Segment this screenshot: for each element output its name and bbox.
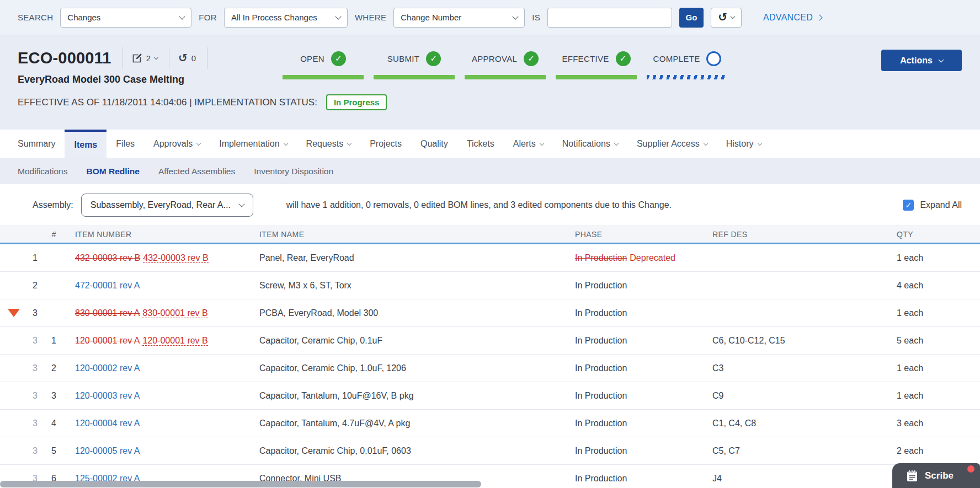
search-entity-select[interactable]: Changes (60, 8, 191, 28)
scribe-notepad-icon (907, 470, 918, 482)
tab-implementation[interactable]: Implementation (210, 130, 296, 158)
chevron-down-icon (335, 13, 341, 19)
tab-requests[interactable]: Requests (297, 130, 361, 158)
search-field-select[interactable]: Change Number (393, 8, 525, 28)
tab-label: Tickets (467, 139, 494, 149)
item-link[interactable]: 120-00004 rev A (75, 419, 140, 428)
tab-quality[interactable]: Quality (411, 130, 457, 158)
advanced-search-link[interactable]: ADVANCED (763, 13, 822, 23)
tab-history[interactable]: History (717, 130, 771, 158)
ref-des-cell: C9 (712, 391, 897, 401)
tab-label: Implementation (219, 139, 279, 149)
table-row: 34120-00004 rev ACapacitor, Tantalum, 4.… (0, 410, 980, 437)
tab-label: Projects (370, 139, 402, 149)
column-header-qty: QTY (897, 230, 980, 239)
chevron-down-icon (540, 141, 544, 146)
tab-items[interactable]: Items (65, 130, 106, 158)
collapse-row-icon[interactable] (8, 309, 20, 317)
refresh-count: 0 (191, 53, 196, 63)
history-clock-icon (718, 12, 727, 23)
item-name-cell: Capacitor, Tantalum, 4.7uF@4V, A pkg (259, 419, 575, 428)
expand-all-checkbox[interactable] (903, 200, 914, 211)
horizontal-scrollbar-thumb[interactable] (0, 481, 481, 487)
workflow-stepper: OPENSUBMITAPPROVALEFFECTIVECOMPLETE (283, 51, 728, 79)
workflow-stage-open: OPEN (283, 51, 364, 79)
tab-files[interactable]: Files (106, 130, 144, 158)
tab-bar: SummaryItemsFilesApprovalsImplementation… (0, 130, 980, 158)
item-number-new[interactable]: 830-00001 rev B (142, 308, 207, 318)
tab-approvals[interactable]: Approvals (144, 130, 210, 158)
parent-seq-cell: 2 (22, 281, 40, 291)
item-number-new[interactable]: 120-00001 rev B (142, 336, 207, 346)
subtab-inventory-disposition[interactable]: Inventory Disposition (244, 167, 343, 176)
tab-notifications[interactable]: Notifications (553, 130, 627, 158)
tab-supplier-access[interactable]: Supplier Access (627, 130, 717, 158)
edit-count-dropdown[interactable]: 2 (132, 53, 158, 63)
chevron-down-icon (513, 13, 519, 19)
tab-summary[interactable]: Summary (8, 130, 65, 158)
stage-label: APPROVAL (472, 54, 517, 63)
column-header-ref-des: REF DES (712, 230, 897, 239)
phase-value: In Production (575, 391, 627, 400)
item-name-cell: Screw, M3 x 6, ST, Torx (259, 281, 575, 291)
stage-progress-bar (647, 75, 728, 79)
tab-tickets[interactable]: Tickets (457, 130, 504, 158)
item-name-cell: Capacitor, Ceramic Chip, 0.1uF (259, 336, 575, 346)
effective-row: EFFECTIVE AS OF 11/18/2011 14:04:06 | IM… (18, 94, 980, 110)
phase-value: In Production (575, 446, 627, 455)
item-name-cell: PCBA, EveryRoad, Model 300 (259, 308, 575, 318)
stage-label: SUBMIT (387, 54, 419, 63)
stage-complete-check-icon (616, 51, 631, 66)
item-link[interactable]: 472-00001 rev A (75, 281, 140, 290)
stage-label: OPEN (300, 54, 324, 63)
child-seq-cell: 1 (40, 336, 58, 346)
workflow-stage-submit: SUBMIT (374, 51, 455, 79)
parent-seq-cell: 3 (22, 363, 40, 373)
item-name-cell: Panel, Rear, EveryRoad (259, 253, 575, 263)
phase-cell: In Production (575, 336, 712, 346)
expand-cell (0, 309, 22, 317)
tab-label: History (726, 139, 754, 149)
child-seq-cell: 2 (40, 363, 58, 373)
advanced-label: ADVANCED (763, 13, 813, 23)
item-link[interactable]: 120-00003 rev A (75, 391, 140, 400)
assembly-select[interactable]: Subassembly, EveryRoad, Rear A... (81, 194, 253, 217)
search-value-input[interactable] (547, 8, 672, 28)
eco-bom-redline-page: { "search_bar": { "search_label": "SEARC… (0, 0, 980, 488)
chevron-down-icon (614, 141, 619, 146)
item-number-cell: 120-00002 rev A (75, 363, 259, 373)
subtab-bom-redline[interactable]: BOM Redline (77, 167, 148, 176)
item-number-new[interactable]: 432-00003 rev B (143, 253, 208, 263)
item-number-old: 120-00001 rev A (75, 336, 140, 345)
workflow-stage-approval: APPROVAL (465, 51, 546, 79)
item-number-cell: 120-00001 rev A120-00001 rev B (75, 336, 259, 346)
tab-projects[interactable]: Projects (360, 130, 411, 158)
go-button[interactable]: Go (679, 8, 704, 28)
search-scope-select[interactable]: All In Process Changes (224, 8, 348, 28)
stage-progress-bar (465, 75, 546, 79)
parent-seq-cell: 3 (22, 336, 40, 346)
subtab-modifications[interactable]: Modifications (8, 167, 77, 176)
phase-cell: In ProductionDeprecated (575, 253, 712, 263)
phase-cell: In Production (575, 419, 712, 428)
item-name-cell: Capacitor, Ceramic Chip, 1.0uF, 1206 (259, 363, 575, 373)
search-history-button[interactable] (711, 8, 742, 28)
item-number-cell: 830-00001 rev A830-00001 rev B (75, 308, 259, 318)
notification-dot (967, 465, 974, 473)
actions-button[interactable]: Actions (881, 50, 962, 71)
tab-alerts[interactable]: Alerts (504, 130, 553, 158)
search-entity-value: Changes (67, 13, 100, 22)
subtab-affected-assemblies[interactable]: Affected Assemblies (149, 167, 244, 176)
item-link[interactable]: 120-00005 rev A (75, 446, 140, 455)
bom-table-header: # ITEM NUMBER ITEM NAME PHASE REF DES QT… (0, 226, 980, 244)
child-seq-cell: 5 (40, 446, 58, 456)
stage-label: EFFECTIVE (562, 54, 609, 63)
parent-seq-cell: 3 (22, 419, 40, 428)
scribe-widget-button[interactable]: Scribe (892, 463, 980, 488)
refresh-count-button[interactable]: 0 (178, 52, 196, 64)
item-link[interactable]: 120-00002 rev A (75, 363, 140, 373)
ref-des-cell: C6, C10-C12, C15 (712, 336, 897, 346)
qty-cell: 1 each (897, 253, 980, 263)
parent-seq-cell: 3 (22, 391, 40, 401)
item-number-cell: 432-00003 rev B432-00003 rev B (75, 253, 259, 263)
